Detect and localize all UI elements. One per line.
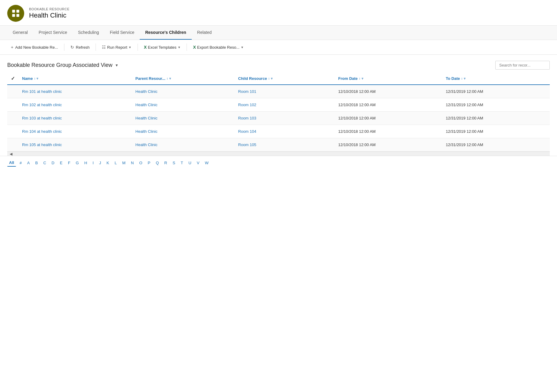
- col-to-date-label: To Date: [446, 76, 460, 81]
- alpha-item-C[interactable]: C: [41, 159, 48, 166]
- col-child-filter[interactable]: ▿: [271, 77, 272, 80]
- add-new-label: Add New Bookable Re...: [15, 45, 58, 50]
- scroll-bar[interactable]: ◀: [7, 152, 550, 156]
- refresh-icon: ↻: [70, 45, 74, 50]
- row-to-date-3: 12/31/2019 12:00 AM: [442, 125, 550, 138]
- page-header: BOOKABLE RESOURCE Health Clinic: [0, 0, 557, 26]
- row-child-4[interactable]: Room 105: [235, 138, 335, 152]
- alpha-item-N[interactable]: N: [129, 159, 135, 166]
- row-name-2[interactable]: Rm 103 at health clinic: [18, 112, 132, 125]
- table-header-row: ✓ Name ↕ ▿ Parent Resour... ↕ ▿: [7, 73, 550, 85]
- row-checkbox-4[interactable]: [7, 138, 18, 152]
- alpha-item-A[interactable]: A: [25, 159, 32, 166]
- col-child: Child Resource ↕ ▿: [235, 73, 335, 85]
- col-child-label: Child Resource: [238, 76, 267, 81]
- tab-related[interactable]: Related: [192, 26, 217, 40]
- separator-1: [64, 44, 64, 51]
- col-from-date: From Date ↕ ▿: [335, 73, 442, 85]
- add-new-button[interactable]: + Add New Bookable Re...: [7, 43, 62, 51]
- run-report-button[interactable]: ☷ Run Report ▼: [98, 43, 135, 51]
- alpha-item-U[interactable]: U: [187, 159, 193, 166]
- row-parent-1[interactable]: Health Clinic: [132, 98, 235, 112]
- col-parent: Parent Resour... ↕ ▿: [132, 73, 235, 85]
- row-child-3[interactable]: Room 104: [235, 125, 335, 138]
- alpha-item-L[interactable]: L: [113, 159, 119, 166]
- col-parent-filter[interactable]: ▿: [169, 77, 171, 80]
- row-checkbox-1[interactable]: [7, 98, 18, 112]
- svg-rect-2: [12, 14, 15, 17]
- tab-project-service[interactable]: Project Service: [33, 26, 73, 40]
- table-row: Rm 105 at health clinic Health Clinic Ro…: [7, 138, 550, 152]
- separator-2: [96, 44, 96, 51]
- alpha-item-O[interactable]: O: [137, 159, 144, 166]
- refresh-label: Refresh: [76, 45, 90, 50]
- select-all-checkbox[interactable]: ✓: [11, 76, 15, 81]
- col-from-date-filter[interactable]: ▿: [362, 77, 363, 80]
- view-title-chevron: ▼: [115, 63, 119, 67]
- alpha-item-I[interactable]: I: [91, 159, 96, 166]
- alpha-item-G[interactable]: G: [74, 159, 81, 166]
- row-checkbox-2[interactable]: [7, 112, 18, 125]
- records-table: ✓ Name ↕ ▿ Parent Resour... ↕ ▿: [7, 73, 550, 152]
- row-checkbox-0[interactable]: [7, 85, 18, 98]
- svg-rect-3: [16, 14, 19, 17]
- header-subtitle: BOOKABLE RESOURCE: [29, 7, 70, 11]
- col-name-sort[interactable]: ↕: [34, 77, 35, 80]
- view-title[interactable]: Bookable Resource Group Associated View …: [7, 62, 119, 68]
- col-from-date-sort[interactable]: ↕: [359, 77, 360, 80]
- row-name-4[interactable]: Rm 105 at health clinic: [18, 138, 132, 152]
- col-name-filter[interactable]: ▿: [37, 77, 38, 80]
- alpha-item-B[interactable]: B: [34, 159, 40, 166]
- row-to-date-1: 12/31/2019 12:00 AM: [442, 98, 550, 112]
- alpha-item-H[interactable]: H: [83, 159, 89, 166]
- row-parent-3[interactable]: Health Clinic: [132, 125, 235, 138]
- alpha-item-D[interactable]: D: [50, 159, 56, 166]
- col-child-sort[interactable]: ↕: [268, 77, 270, 80]
- search-input[interactable]: [495, 61, 550, 70]
- alpha-item-Q[interactable]: Q: [154, 159, 161, 166]
- row-parent-0[interactable]: Health Clinic: [132, 85, 235, 98]
- row-name-3[interactable]: Rm 104 at health clinic: [18, 125, 132, 138]
- export-button[interactable]: X Export Bookable Reso... ▼: [189, 43, 247, 51]
- row-name-1[interactable]: Rm 102 at health clinic: [18, 98, 132, 112]
- alpha-item-K[interactable]: K: [105, 159, 111, 166]
- row-child-2[interactable]: Room 103: [235, 112, 335, 125]
- tab-general[interactable]: General: [7, 26, 33, 40]
- tab-resources-children[interactable]: Resource's Children: [140, 26, 192, 40]
- table-row: Rm 104 at health clinic Health Clinic Ro…: [7, 125, 550, 138]
- row-parent-2[interactable]: Health Clinic: [132, 112, 235, 125]
- refresh-button[interactable]: ↻ Refresh: [67, 43, 93, 51]
- export-chevron: ▼: [241, 46, 244, 49]
- excel-templates-button[interactable]: X Excel Templates ▼: [140, 43, 184, 51]
- tab-scheduling[interactable]: Scheduling: [73, 26, 104, 40]
- alpha-item-F[interactable]: F: [66, 159, 72, 166]
- alpha-item-T[interactable]: T: [179, 159, 185, 166]
- col-parent-sort[interactable]: ↕: [167, 77, 168, 80]
- alpha-item-J[interactable]: J: [97, 159, 103, 166]
- alpha-item-M[interactable]: M: [120, 159, 127, 166]
- alpha-item-W[interactable]: W: [203, 159, 210, 166]
- col-to-date-filter[interactable]: ▿: [464, 77, 465, 80]
- entity-avatar: [7, 5, 24, 22]
- row-parent-4[interactable]: Health Clinic: [132, 138, 235, 152]
- alpha-item-S[interactable]: S: [171, 159, 177, 166]
- row-child-1[interactable]: Room 102: [235, 98, 335, 112]
- col-to-date-sort[interactable]: ↕: [461, 77, 463, 80]
- scroll-left-button[interactable]: ◀: [8, 152, 14, 156]
- row-name-0[interactable]: Rm 101 at health clinic: [18, 85, 132, 98]
- excel-templates-label: Excel Templates: [148, 45, 176, 50]
- col-name: Name ↕ ▿: [18, 73, 132, 85]
- tab-field-service[interactable]: Field Service: [104, 26, 140, 40]
- alpha-item-All[interactable]: All: [7, 159, 16, 167]
- alpha-item-#[interactable]: #: [18, 159, 24, 166]
- alpha-item-P[interactable]: P: [146, 159, 152, 166]
- run-report-chevron: ▼: [129, 46, 132, 49]
- header-text: BOOKABLE RESOURCE Health Clinic: [29, 7, 70, 19]
- view-title-text: Bookable Resource Group Associated View: [7, 62, 112, 68]
- row-child-0[interactable]: Room 101: [235, 85, 335, 98]
- row-checkbox-3[interactable]: [7, 125, 18, 138]
- alpha-item-E[interactable]: E: [58, 159, 64, 166]
- alpha-item-R[interactable]: R: [162, 159, 169, 166]
- alpha-item-V[interactable]: V: [195, 159, 201, 166]
- report-icon: ☷: [102, 45, 106, 50]
